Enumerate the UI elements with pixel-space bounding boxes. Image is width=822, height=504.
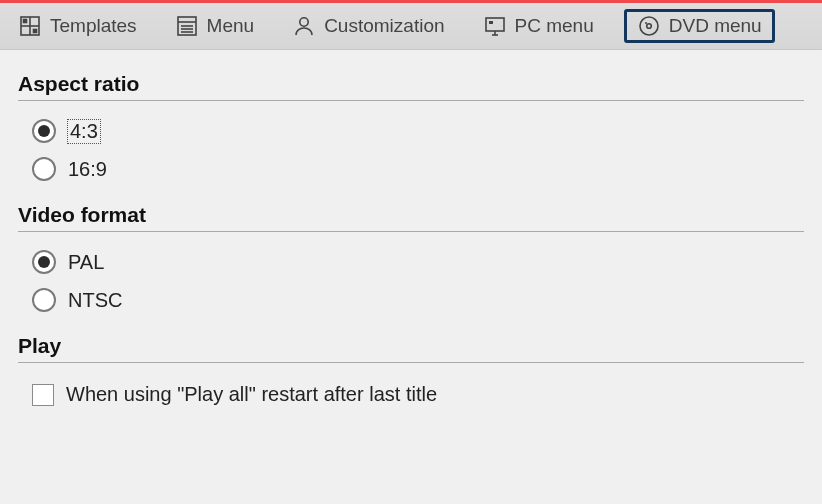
option-label: 16:9 — [68, 158, 107, 181]
play-heading: Play — [18, 334, 804, 358]
tab-label: PC menu — [515, 15, 594, 37]
tab-label: DVD menu — [669, 15, 762, 37]
divider — [18, 362, 804, 363]
video-format-heading: Video format — [18, 203, 804, 227]
video-format-pal-option[interactable]: PAL — [32, 250, 804, 274]
tab-bar: Templates Menu Customization PC menu DVD… — [0, 0, 822, 50]
aspect-ratio-heading: Aspect ratio — [18, 72, 804, 96]
tab-customization[interactable]: Customization — [284, 10, 452, 42]
tab-label: Menu — [207, 15, 255, 37]
aspect-ratio-16-9-option[interactable]: 16:9 — [32, 157, 804, 181]
radio-button[interactable] — [32, 119, 56, 143]
divider — [18, 231, 804, 232]
divider — [18, 100, 804, 101]
tab-label: Templates — [50, 15, 137, 37]
option-label: NTSC — [68, 289, 122, 312]
svg-point-16 — [646, 24, 651, 29]
svg-point-15 — [640, 17, 658, 35]
svg-rect-3 — [24, 20, 27, 23]
person-icon — [292, 14, 316, 38]
svg-point-10 — [300, 18, 308, 26]
tab-menu[interactable]: Menu — [167, 10, 263, 42]
radio-button[interactable] — [32, 157, 56, 181]
menu-icon — [175, 14, 199, 38]
radio-button[interactable] — [32, 288, 56, 312]
tab-dvd-menu[interactable]: DVD menu — [624, 9, 775, 43]
checkbox[interactable] — [32, 384, 54, 406]
radio-button[interactable] — [32, 250, 56, 274]
disc-icon — [637, 14, 661, 38]
option-label: 4:3 — [68, 120, 100, 143]
video-format-ntsc-option[interactable]: NTSC — [32, 288, 804, 312]
monitor-icon — [483, 14, 507, 38]
tab-templates[interactable]: Templates — [10, 10, 145, 42]
svg-rect-14 — [489, 21, 493, 24]
tab-pc-menu[interactable]: PC menu — [475, 10, 602, 42]
tab-label: Customization — [324, 15, 444, 37]
templates-icon — [18, 14, 42, 38]
aspect-ratio-4-3-option[interactable]: 4:3 — [32, 119, 804, 143]
svg-rect-11 — [486, 18, 504, 31]
svg-rect-4 — [34, 30, 37, 33]
settings-panel: Aspect ratio 4:3 16:9 Video format PAL N… — [0, 50, 822, 434]
play-restart-option[interactable]: When using "Play all" restart after last… — [32, 383, 804, 406]
svg-point-17 — [645, 22, 647, 24]
option-label: PAL — [68, 251, 104, 274]
option-label: When using "Play all" restart after last… — [66, 383, 437, 406]
